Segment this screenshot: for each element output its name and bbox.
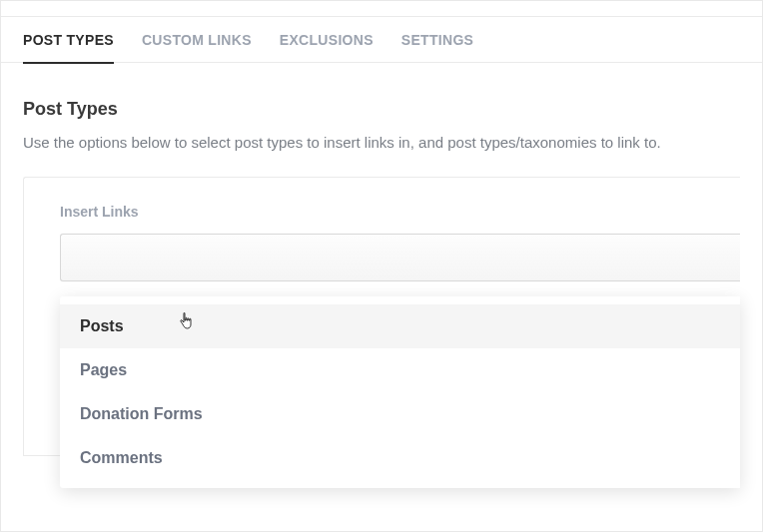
dropdown-option-posts[interactable]: Posts [60, 304, 740, 348]
tab-exclusions[interactable]: EXCLUSIONS [280, 17, 374, 63]
insert-links-select[interactable] [60, 234, 740, 281]
tab-settings[interactable]: SETTINGS [401, 17, 473, 63]
panel-insert-links: Insert Links Posts Pages Donation Forms … [23, 177, 740, 456]
tabs-nav: POST TYPES CUSTOM LINKS EXCLUSIONS SETTI… [1, 17, 762, 63]
insert-links-dropdown: Posts Pages Donation Forms Comments [60, 296, 740, 488]
section-title: Post Types [23, 99, 740, 120]
dropdown-option-pages[interactable]: Pages [60, 348, 740, 392]
field-label-insert-links: Insert Links [60, 204, 740, 220]
tab-post-types[interactable]: POST TYPES [23, 17, 114, 63]
tab-custom-links[interactable]: CUSTOM LINKS [142, 17, 252, 63]
section-description: Use the options below to select post typ… [23, 134, 740, 151]
dropdown-option-donation-forms[interactable]: Donation Forms [60, 392, 740, 436]
dropdown-option-comments[interactable]: Comments [60, 436, 740, 480]
